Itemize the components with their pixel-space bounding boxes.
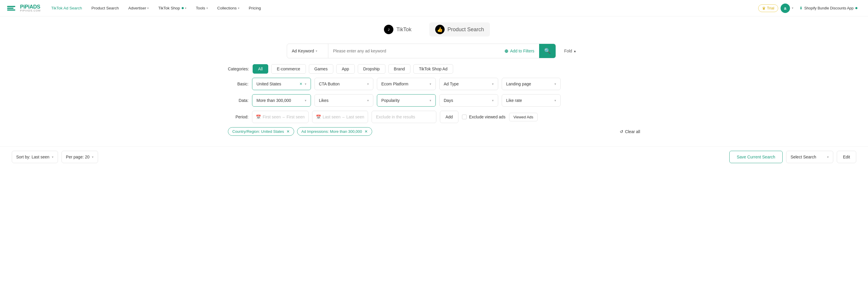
navbar: PiPiADS PIPIADS.COM TikTok Ad Search Pro…	[0, 0, 868, 17]
exclude-viewed-area: Exclude viewed ads	[462, 115, 505, 119]
select-search-dropdown[interactable]: Select Search ▾	[786, 151, 833, 163]
chevron-down-icon: ▾	[367, 82, 369, 86]
avatar: a	[780, 3, 790, 13]
chevron-down-icon: ▾	[430, 82, 431, 86]
chevron-down-icon: ▾	[492, 99, 494, 102]
nav-tools[interactable]: Tools ▾	[192, 0, 211, 17]
period-row: Period: 📅 First seen – First seen 📅 Last…	[228, 111, 640, 123]
edit-btn[interactable]: Edit	[837, 151, 856, 163]
calendar-icon: 📅	[256, 115, 261, 119]
data-row: Data: More than 300,000 ▾ Likes ▾ Popula…	[228, 94, 640, 106]
ecom-dropdown[interactable]: Ecom Platform ▾	[377, 78, 436, 90]
period-label: Period:	[228, 115, 248, 119]
days-dropdown[interactable]: Days ▾	[439, 94, 498, 106]
nav-tiktok-shop[interactable]: TikTok Shop ▾	[155, 0, 190, 17]
close-icon[interactable]: ✕	[365, 129, 368, 134]
fold-btn[interactable]: Fold ▲	[559, 49, 581, 53]
data-label: Data:	[228, 98, 248, 103]
cat-dropship[interactable]: Dropship	[358, 64, 385, 74]
search-submit-btn[interactable]: 🔍	[539, 44, 556, 58]
chevron-down-icon: ▾	[430, 99, 431, 102]
save-current-search-btn[interactable]: Save Current Search	[729, 151, 783, 163]
cta-dropdown[interactable]: CTA Button ▾	[314, 78, 373, 90]
main-content: ♪ TikTok 👍 Product Search Ad Keyword ▾ ⊕…	[0, 17, 868, 146]
chevron-down-icon: ▾	[185, 6, 186, 10]
green-dot-icon	[855, 7, 858, 9]
close-icon[interactable]: ✕	[300, 82, 302, 86]
categories-label: Categories:	[228, 67, 249, 71]
logo-icon	[7, 3, 18, 14]
page-tabs: ♪ TikTok 👍 Product Search	[12, 22, 856, 36]
adtype-dropdown[interactable]: Ad Type ▾	[439, 78, 498, 90]
exclude-input[interactable]: Exclude in the results	[372, 111, 436, 123]
filters-section: Categories: All E-commerce Games App Dro…	[228, 64, 640, 136]
logo-main: PiPiADS	[20, 4, 41, 9]
clear-all-btn[interactable]: ↺ Clear all	[620, 129, 640, 134]
chevron-down-icon: ▾	[367, 99, 369, 102]
cat-brand[interactable]: Brand	[389, 64, 410, 74]
last-seen-range[interactable]: 📅 Last seen – Last seen	[312, 111, 368, 123]
tab-product-search[interactable]: 👍 Product Search	[429, 22, 490, 36]
bottom-bar: Sort by: Last seen ▾ Per page: 20 ▾ Save…	[0, 146, 868, 167]
per-page-dropdown[interactable]: Per page: 20 ▾	[62, 151, 98, 163]
search-outer: Ad Keyword ▾ ⊕ Add to Filters 🔍 Fold ▲	[287, 43, 581, 58]
filter-tag-impressions: Ad Impressions: More than 300,000 ✕	[297, 127, 372, 136]
search-bar: Ad Keyword ▾ ⊕ Add to Filters 🔍	[287, 43, 556, 58]
filter-tag-country: Country/Region: United States ✕	[228, 127, 294, 136]
cat-app[interactable]: App	[336, 64, 355, 74]
active-filters-row: Country/Region: United States ✕ Ad Impre…	[228, 127, 640, 136]
tab-tiktok[interactable]: ♪ TikTok	[378, 22, 417, 36]
sort-dropdown[interactable]: Popularity ▾	[377, 94, 436, 106]
crown-icon: ♛	[762, 6, 766, 10]
first-seen-range[interactable]: 📅 First seen – First seen	[252, 111, 309, 123]
download-icon: ⬇	[799, 6, 803, 10]
cat-games[interactable]: Games	[309, 64, 333, 74]
chevron-down-icon: ▾	[52, 155, 54, 159]
product-search-icon: 👍	[435, 25, 444, 34]
search-input[interactable]	[328, 44, 500, 58]
like-rate-dropdown[interactable]: Like rate ▾	[502, 94, 561, 106]
tiktok-icon: ♪	[384, 25, 393, 34]
trial-badge[interactable]: ♛ Trial	[758, 4, 778, 12]
chevron-down-icon: ▾	[492, 82, 494, 86]
logo-text: PiPiADS PIPIADS.COM	[20, 4, 41, 12]
exclude-viewed-checkbox[interactable]	[462, 115, 467, 119]
basic-row: Basic: United States ✕ ▾ CTA Button ▾ Ec…	[228, 78, 640, 90]
nav-pricing[interactable]: Pricing	[245, 0, 265, 17]
add-to-filters-btn[interactable]: ⊕ Add to Filters	[500, 44, 539, 58]
avatar-area[interactable]: a ▾	[780, 3, 794, 13]
logo-sub: PIPIADS.COM	[20, 9, 41, 12]
nav-collections[interactable]: Collections ▾	[214, 0, 243, 17]
country-dropdown[interactable]: United States ✕ ▾	[252, 78, 311, 90]
dot-indicator	[182, 7, 184, 9]
nav-advertiser[interactable]: Advertiser ▾	[125, 0, 153, 17]
sort-by-dropdown[interactable]: Sort by: Last seen ▾	[12, 151, 58, 163]
impressions-dropdown[interactable]: More than 300,000 ▾	[252, 94, 311, 106]
keyword-type-select[interactable]: Ad Keyword ▾	[287, 44, 328, 58]
refresh-icon: ↺	[620, 129, 623, 134]
nav-product-search[interactable]: Product Search	[88, 0, 123, 17]
close-icon[interactable]: ✕	[286, 129, 290, 134]
chevron-down-icon: ▾	[92, 155, 94, 159]
cat-all[interactable]: All	[253, 64, 269, 74]
categories-row: Categories: All E-commerce Games App Dro…	[228, 64, 640, 74]
shopify-btn[interactable]: ⬇ Shopify Bundle Discounts App	[796, 4, 861, 12]
chevron-down-icon: ▾	[305, 82, 307, 86]
chevron-down-icon: ▾	[147, 6, 149, 10]
logo[interactable]: PiPiADS PIPIADS.COM	[7, 3, 41, 14]
cat-ecommerce[interactable]: E-commerce	[271, 64, 306, 74]
cat-tiktok-shop-ad[interactable]: TikTok Shop Ad	[413, 64, 453, 74]
landing-dropdown[interactable]: Landing page ▾	[502, 78, 561, 90]
search-icon: 🔍	[544, 48, 551, 54]
likes-dropdown[interactable]: Likes ▾	[314, 94, 373, 106]
chevron-down-icon: ▾	[238, 6, 239, 10]
calendar-icon: 📅	[316, 115, 321, 119]
chevron-up-icon: ▲	[573, 49, 577, 53]
add-btn[interactable]: Add	[440, 111, 459, 123]
chevron-down-icon: ▾	[316, 49, 317, 53]
plus-icon: ⊕	[504, 48, 508, 54]
nav-tiktok-ad-search[interactable]: TikTok Ad Search	[48, 0, 86, 17]
viewed-ads-btn[interactable]: Viewed Ads	[509, 113, 538, 121]
chevron-down-icon: ▾	[207, 6, 208, 10]
basic-label: Basic:	[228, 82, 248, 86]
